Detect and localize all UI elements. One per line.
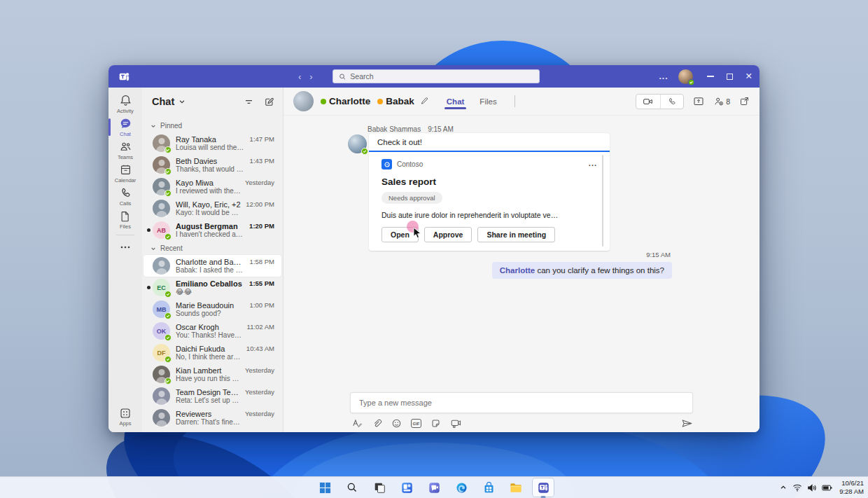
status-badge: Needs approval (382, 192, 442, 204)
contoso-app-icon (382, 159, 392, 170)
conversation-header: Charlotte Babak Chat Files (284, 88, 760, 116)
teams-logo-icon (118, 71, 130, 83)
tray-date: 10/6/21 (839, 479, 864, 487)
presence-badge (164, 312, 172, 319)
meet-now-icon[interactable] (450, 418, 461, 429)
teams-taskbar-button[interactable] (533, 478, 554, 497)
edge-button[interactable] (451, 478, 472, 497)
chat-list-item[interactable]: MB Marie Beaudouin Sounds good? 1:00 PM (144, 298, 281, 320)
chat-item-name: Oscar Krogh (176, 323, 243, 331)
attach-icon[interactable] (372, 418, 382, 429)
unread-dot (147, 228, 150, 232)
rail-item-calendar[interactable]: Calendar (108, 162, 142, 185)
chevron-down-icon[interactable] (178, 98, 186, 105)
sticker-icon[interactable] (430, 418, 441, 429)
conversation-avatar[interactable] (293, 91, 314, 111)
start-button[interactable] (314, 478, 335, 497)
rail-item-chat[interactable]: Chat (108, 116, 142, 139)
chat-button[interactable] (424, 478, 444, 497)
store-button[interactable] (478, 478, 499, 497)
share-screen-button[interactable] (693, 96, 704, 106)
rail-item-activity[interactable]: Activity (108, 92, 142, 116)
pop-out-chat-button[interactable] (739, 96, 750, 106)
wifi-icon[interactable] (792, 483, 802, 492)
video-call-button[interactable] (636, 95, 660, 109)
chat-list-item[interactable]: DF Daichi Fukuda No, I think there are o… (144, 342, 281, 364)
tray-clock[interactable]: 10/6/21 9:28 AM (837, 479, 864, 496)
send-button[interactable] (681, 418, 693, 429)
search-input[interactable] (350, 72, 533, 81)
maximize-button[interactable] (727, 74, 733, 80)
chat-item-time: 12:00 PM (246, 200, 274, 208)
taskbar-search-button[interactable] (342, 478, 363, 497)
nav-forward-button[interactable]: › (309, 71, 312, 82)
chat-list-item[interactable]: Will, Kayo, Eric, +2 Kayo: It would be g… (144, 198, 281, 219)
rail-more-apps-button[interactable] (108, 239, 142, 256)
close-button[interactable]: ✕ (746, 72, 752, 81)
chat-bubble-icon (119, 117, 132, 130)
chat-item-time: Yesterday (245, 179, 274, 186)
avatar (153, 366, 170, 383)
participant-name: Charlotte (329, 96, 370, 106)
task-view-button[interactable] (369, 478, 390, 497)
widgets-button[interactable] (396, 478, 417, 497)
more-options-button[interactable]: ... (659, 71, 668, 81)
chat-list-item[interactable]: Kian Lambert Have you run this by Beth? … (144, 364, 281, 385)
participant-count: 8 (726, 97, 730, 106)
tab-divider (514, 95, 515, 107)
filter-icon[interactable] (244, 97, 254, 107)
open-button[interactable]: Open (382, 227, 419, 242)
profile-avatar[interactable] (678, 69, 693, 84)
view-participants-button[interactable]: 8 (713, 96, 730, 106)
rail-item-calls[interactable]: Calls (108, 185, 142, 208)
mention[interactable]: Charlotte (500, 266, 535, 275)
gif-icon[interactable]: GIF (411, 419, 421, 428)
chat-list-item[interactable]: Reviewers Darren: That's fine with me Ye… (144, 407, 281, 429)
tray-chevron-up-icon[interactable] (779, 483, 788, 492)
chat-list-item[interactable]: OK Oscar Krogh You: Thanks! Have a nice … (144, 320, 281, 342)
approve-button[interactable]: Approve (424, 227, 472, 242)
rail-item-files[interactable]: Files (108, 208, 142, 231)
card-more-menu[interactable]: ... (589, 159, 597, 165)
avatar: EC (153, 279, 170, 296)
chat-list-item[interactable]: EC Emiliano Ceballos 😂😂 1:55 PM (144, 277, 281, 298)
message-sender: Babak Shammas (368, 125, 421, 133)
section-header[interactable]: Recent (142, 241, 283, 255)
minimize-button[interactable] (707, 76, 714, 77)
rail-item-apps[interactable]: Apps (108, 405, 142, 428)
section-header[interactable]: Pinned (142, 118, 283, 132)
battery-icon[interactable] (822, 484, 832, 492)
rail-item-teams[interactable]: Teams (108, 139, 142, 162)
tab-files[interactable]: Files (479, 90, 497, 113)
edit-chat-name-icon[interactable] (420, 97, 429, 106)
presence-badge (164, 168, 172, 175)
chat-list-item[interactable]: AB August Bergman I haven't checked avai… (144, 219, 281, 241)
nav-back-button[interactable]: ‹ (298, 71, 301, 82)
chat-list-item[interactable]: Ray Tanaka Louisa will send the initial … (144, 132, 281, 154)
task-view-icon (374, 482, 386, 494)
new-chat-icon[interactable] (264, 97, 274, 107)
file-explorer-button[interactable] (505, 478, 526, 497)
chat-item-name: Team Design Template (176, 388, 241, 396)
format-icon[interactable] (351, 418, 363, 429)
emoji-icon[interactable] (391, 418, 402, 429)
card-scrollbar[interactable] (602, 155, 603, 247)
message-input[interactable] (350, 392, 693, 413)
tab-chat[interactable]: Chat (446, 90, 465, 113)
rail-divider (116, 235, 134, 235)
apps-grid-icon (119, 407, 132, 420)
chat-list-item[interactable]: Beth Davies Thanks, that would be nice. … (144, 154, 281, 176)
chat-item-time: 11:02 AM (247, 323, 274, 331)
search-bar[interactable] (332, 69, 540, 83)
chat-list-item[interactable]: Team Design Template Reta: Let's set up … (144, 385, 281, 407)
chat-list-item[interactable]: Kayo Miwa I reviewed with the client on…… (144, 176, 281, 198)
widgets-icon (401, 482, 413, 494)
tray-time: 9:28 AM (839, 487, 864, 496)
audio-call-button[interactable] (660, 95, 683, 109)
microsoft-store-icon (483, 482, 495, 494)
volume-icon[interactable] (807, 483, 817, 492)
chat-item-name: Beth Davies (176, 157, 246, 165)
share-in-meeting-button[interactable]: Share in meeting (477, 227, 555, 242)
chat-list-item[interactable]: Charlotte and Babak Babak: I asked the c… (144, 255, 281, 277)
app-rail: Activity Chat Teams Calendar Calls Files (108, 88, 142, 432)
